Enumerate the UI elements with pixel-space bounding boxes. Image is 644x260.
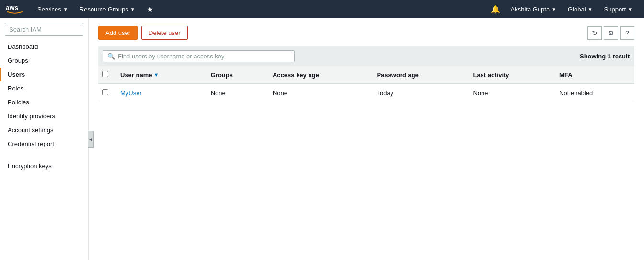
cell-groups: None (204, 84, 266, 102)
user-link[interactable]: MyUser (120, 90, 142, 97)
sidebar-item-identity-providers[interactable]: Identity providers (0, 109, 88, 123)
col-header-mfa: MFA (552, 66, 634, 84)
resource-groups-caret-icon: ▼ (130, 7, 135, 12)
sidebar-item-users[interactable]: Users (0, 68, 88, 81)
row-checkbox-cell (98, 84, 114, 102)
table-row: MyUser None None Today None Not enabled (98, 84, 634, 102)
username-sort-icon: ▼ (153, 72, 159, 78)
search-iam-input[interactable] (5, 23, 83, 36)
sidebar-collapse-button[interactable]: ◀ (88, 131, 94, 148)
sidebar-item-policies[interactable]: Policies (0, 95, 88, 109)
user-menu-caret-icon: ▼ (552, 7, 556, 12)
page-layout: Dashboard Groups Users Roles Policies Id… (0, 18, 644, 260)
sidebar-item-encryption-keys[interactable]: Encryption keys (0, 159, 88, 173)
sidebar-item-roles[interactable]: Roles (0, 81, 88, 95)
sidebar-item-dashboard[interactable]: Dashboard (0, 40, 88, 54)
table-header: User name ▼ Groups Access key age Passwo… (98, 66, 634, 84)
select-all-checkbox-cell (98, 66, 114, 84)
sidebar-navigation: Dashboard Groups Users Roles Policies Id… (0, 40, 88, 260)
cell-access-key-age: None (266, 84, 370, 102)
users-table: User name ▼ Groups Access key age Passwo… (98, 66, 634, 102)
search-bar: 🔍 (103, 50, 295, 62)
resource-groups-menu[interactable]: Resource Groups ▼ (74, 0, 141, 18)
refresh-button[interactable]: ↻ (587, 26, 602, 40)
services-menu[interactable]: Services ▼ (32, 0, 74, 18)
cell-password-age: Today (370, 84, 466, 102)
add-user-button[interactable]: Add user (98, 26, 138, 40)
delete-user-button[interactable]: Delete user (141, 26, 187, 40)
support-menu[interactable]: Support ▼ (598, 0, 638, 18)
bookmarks-icon[interactable]: ★ (141, 0, 159, 18)
main-content-area: Add user Delete user ↻ ⚙ ? 🔍 (89, 18, 644, 260)
main-content: Add user Delete user ↻ ⚙ ? 🔍 (89, 18, 644, 260)
users-toolbar: Add user Delete user ↻ ⚙ ? (98, 26, 634, 40)
aws-logo[interactable]: aws (6, 3, 24, 15)
sidebar-item-credential-report[interactable]: Credential report (0, 137, 88, 151)
help-icon: ? (625, 29, 629, 37)
table-body: MyUser None None Today None Not enabled (98, 84, 634, 102)
svg-text:aws: aws (6, 4, 19, 11)
cell-mfa: Not enabled (552, 84, 634, 102)
search-icon: 🔍 (107, 53, 115, 60)
settings-button[interactable]: ⚙ (604, 26, 618, 40)
sidebar-item-groups[interactable]: Groups (0, 54, 88, 68)
cell-last-activity: None (466, 84, 552, 102)
col-header-groups: Groups (204, 66, 266, 84)
region-caret-icon: ▼ (588, 7, 593, 12)
support-caret-icon: ▼ (628, 7, 632, 12)
search-bar-section: 🔍 Showing 1 result (98, 46, 634, 66)
results-count: Showing 1 result (580, 53, 630, 60)
col-header-access-key-age: Access key age (266, 66, 370, 84)
refresh-icon: ↻ (592, 29, 598, 37)
sidebar-search-wrap (0, 18, 88, 40)
col-header-password-age: Password age (370, 66, 466, 84)
sidebar-divider (0, 155, 88, 155)
sidebar-nav-group-main: Dashboard Groups Users Roles Policies Id… (0, 40, 88, 151)
sidebar: Dashboard Groups Users Roles Policies Id… (0, 18, 89, 260)
users-search-input[interactable] (118, 53, 290, 60)
notifications-icon[interactable]: 🔔 (486, 0, 505, 18)
sidebar-nav-group-extra: Encryption keys (0, 159, 88, 173)
cell-username: MyUser (114, 84, 204, 102)
col-header-last-activity: Last activity (466, 66, 552, 84)
gear-icon: ⚙ (608, 29, 614, 37)
region-menu[interactable]: Global ▼ (562, 0, 598, 18)
select-all-checkbox[interactable] (102, 71, 108, 77)
row-checkbox[interactable] (102, 89, 108, 95)
col-header-username[interactable]: User name ▼ (114, 66, 204, 84)
top-navigation: aws Services ▼ Resource Groups ▼ ★ 🔔 Aks… (0, 0, 644, 18)
services-caret-icon: ▼ (63, 7, 68, 12)
help-button[interactable]: ? (620, 26, 634, 40)
sidebar-item-account-settings[interactable]: Account settings (0, 123, 88, 137)
user-menu[interactable]: Akshita Gupta ▼ (505, 0, 563, 18)
